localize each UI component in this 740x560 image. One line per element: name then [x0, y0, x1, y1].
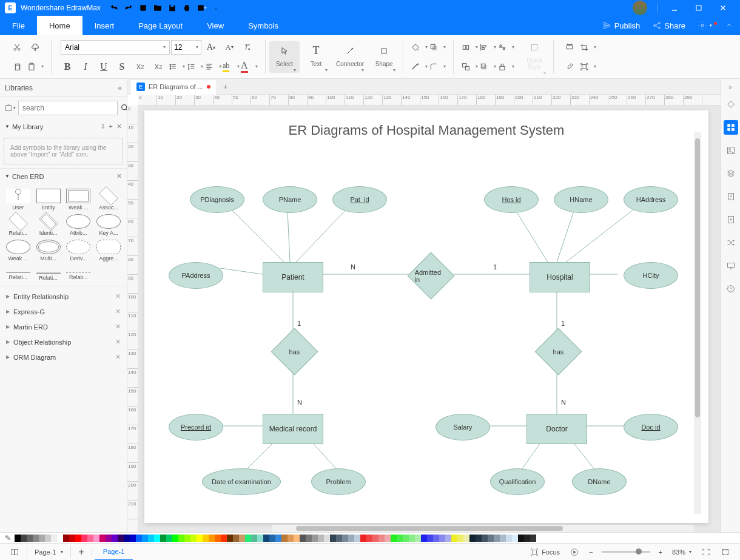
entity-doctor[interactable]: Doctor	[526, 414, 587, 444]
library-menu-button[interactable]: ▾	[4, 101, 16, 115]
shape-derived[interactable]: Deriv...	[66, 240, 92, 261]
attr-qualification[interactable]: Qualification	[490, 468, 545, 495]
qat-options-button[interactable]	[209, 1, 223, 15]
grid-button[interactable]	[724, 120, 738, 135]
shape-associative[interactable]: Assoc...	[95, 189, 122, 211]
distribute-button[interactable]: ▾	[497, 39, 514, 56]
collapse-right-button[interactable]: »	[724, 79, 736, 95]
attr-docid[interactable]: Doc id	[624, 414, 678, 440]
presentation-button[interactable]	[724, 258, 738, 273]
user-avatar[interactable]	[633, 1, 647, 15]
attr-hname[interactable]: HName	[554, 186, 608, 213]
attr-patid[interactable]: Pat_id	[332, 186, 387, 213]
print-button[interactable]	[180, 1, 194, 15]
open-button[interactable]	[150, 1, 165, 15]
cut-button[interactable]	[8, 39, 25, 56]
shape-rel-line1[interactable]: Relati...	[5, 265, 32, 281]
attr-paddress[interactable]: PAddress	[169, 262, 223, 289]
shape-identifying[interactable]: Identi...	[35, 214, 62, 236]
publish-button[interactable]: Publish	[596, 21, 647, 30]
chen-erd-section[interactable]: ▼Chen ERD ✕	[0, 169, 127, 184]
undo-button[interactable]	[107, 1, 121, 15]
tab-file[interactable]: File	[0, 16, 37, 35]
eyedropper-button[interactable]	[561, 58, 578, 75]
mylibrary-section[interactable]: ▼My Library ⇩+✕	[0, 119, 127, 134]
entity-medical-record[interactable]: Medical record	[263, 414, 323, 444]
history-button[interactable]	[724, 282, 738, 296]
font-color-button[interactable]: A▾	[241, 58, 258, 75]
lock-button[interactable]: ▾	[497, 58, 514, 75]
highlight-button[interactable]: ab▾	[223, 58, 240, 75]
close-chen-button[interactable]: ✕	[116, 172, 122, 180]
cat-martin-erd[interactable]: ▶Martin ERD✕	[0, 319, 127, 334]
zoom-slider[interactable]	[602, 551, 650, 553]
shape-aggregation[interactable]: Aggre...	[95, 240, 122, 261]
decrease-font-button[interactable]: A▾	[221, 39, 238, 56]
tab-home[interactable]: Home	[37, 16, 82, 35]
bold-button[interactable]: B	[59, 58, 76, 75]
shape-rel-line2[interactable]: Relati...	[35, 265, 62, 281]
add-document-button[interactable]: +	[217, 79, 234, 95]
focus-button[interactable]: Focus	[525, 544, 565, 561]
attr-hcity[interactable]: HCity	[624, 262, 678, 289]
pen-icon[interactable]: ✎	[5, 534, 11, 542]
shape-attribute[interactable]: Attrib...	[66, 214, 92, 236]
minimize-button[interactable]	[662, 0, 687, 16]
dimensions-button[interactable]	[561, 39, 578, 56]
fill-button[interactable]: ▾	[411, 39, 428, 56]
align-shapes-button[interactable]: ▾	[479, 39, 496, 56]
shape-multivalued[interactable]: Multi...	[35, 240, 62, 261]
attr-hosid[interactable]: Hos id	[484, 186, 539, 213]
strikethrough-button[interactable]: S	[113, 58, 130, 75]
cat-express-g[interactable]: ▶Express-G✕	[0, 304, 127, 319]
share-button[interactable]: Share	[646, 21, 691, 30]
rel-has-2[interactable]: has	[535, 328, 582, 376]
shape-tool[interactable]: Shape ▾	[369, 41, 399, 73]
zoom-out-button[interactable]: −	[584, 544, 597, 561]
page-display[interactable]: Page-1	[95, 544, 133, 561]
shape-weak-entity[interactable]: Weak ...	[66, 189, 92, 211]
increase-font-button[interactable]: A▴	[203, 39, 220, 56]
layers-button[interactable]	[724, 166, 738, 181]
zoom-value[interactable]: 83%▾	[667, 544, 696, 561]
cat-entity-relationship[interactable]: ▶Entity Relationship✕	[0, 289, 127, 304]
collapse-ribbon-button[interactable]	[718, 21, 740, 30]
group-button[interactable]: ▾	[461, 58, 478, 75]
search-input[interactable]	[18, 101, 118, 115]
bring-front-button[interactable]: ▾	[479, 58, 496, 75]
save-button[interactable]	[165, 1, 180, 15]
shape-relationship[interactable]: Relati...	[5, 214, 32, 236]
underline-button[interactable]: U	[95, 58, 112, 75]
transform-button[interactable]: ▾	[579, 58, 596, 75]
font-size-combo[interactable]: 12▾	[171, 40, 201, 55]
format-painter-button[interactable]	[27, 39, 44, 56]
diagram-title[interactable]: ER Diagrams of Hospital Management Syste…	[144, 123, 708, 138]
shape-user[interactable]: User	[5, 189, 32, 211]
attr-salary[interactable]: Salary	[436, 414, 490, 440]
shadow-button[interactable]: ▾	[429, 39, 446, 56]
play-button[interactable]	[565, 544, 584, 561]
superscript-button[interactable]: X2	[132, 58, 149, 75]
shuffle-button[interactable]	[724, 235, 738, 250]
zoom-in-button[interactable]: +	[654, 544, 667, 561]
font-family-combo[interactable]: Arial▾	[61, 40, 170, 55]
import-lib-button[interactable]: ⇩	[100, 123, 106, 130]
maximize-button[interactable]	[687, 0, 711, 16]
italic-button[interactable]: I	[77, 58, 94, 75]
page-sheet-button[interactable]: Page-1▾	[30, 544, 68, 561]
paste-button[interactable]: ▾	[27, 58, 44, 75]
tab-insert[interactable]: Insert	[82, 16, 127, 35]
attr-dname[interactable]: DName	[572, 468, 627, 495]
crop-button[interactable]: ▾	[579, 39, 596, 56]
entity-patient[interactable]: Patient	[263, 262, 323, 292]
close-button[interactable]	[711, 0, 735, 16]
rel-admitted-in[interactable]: Admitted in	[408, 252, 455, 300]
line-spacing-button[interactable]: ▾	[186, 58, 203, 75]
scrollbar-vertical[interactable]	[694, 132, 701, 514]
redo-button[interactable]	[121, 1, 136, 15]
page-layout-button[interactable]	[5, 544, 24, 561]
cat-orm-diagram[interactable]: ▶ORM Diagram✕	[0, 349, 127, 365]
doc-tab-active[interactable]: E ER Diagrams of ...	[130, 79, 217, 95]
properties-button[interactable]	[724, 189, 738, 204]
fullscreen-button[interactable]	[716, 544, 735, 561]
